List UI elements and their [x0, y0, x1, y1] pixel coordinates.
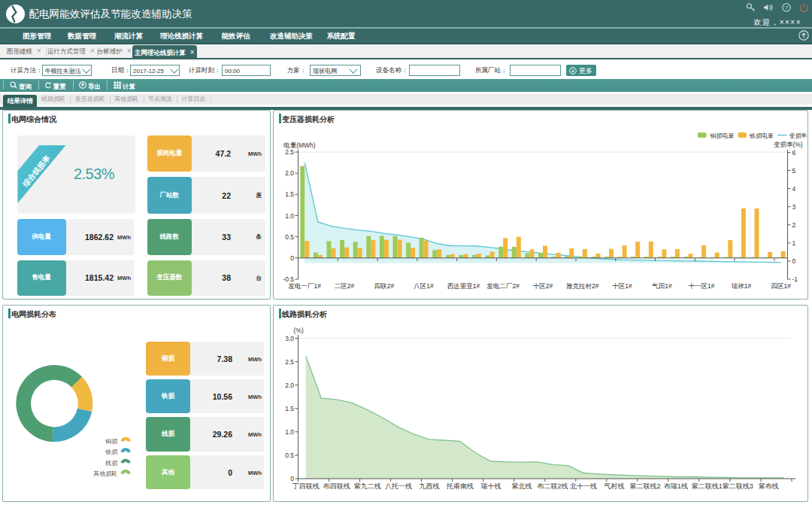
svg-text:四区1#: 四区1#: [771, 282, 791, 290]
svg-text:紫二联线3: 紫二联线3: [723, 482, 753, 490]
svg-text:1.0: 1.0: [285, 212, 294, 220]
svg-text:丁四联线: 丁四联线: [292, 482, 320, 490]
svg-text:1.5: 1.5: [285, 405, 294, 412]
svg-text:布四联线: 布四联线: [323, 482, 350, 490]
svg-text:0: 0: [792, 257, 796, 265]
svg-text:1.5: 1.5: [285, 190, 294, 198]
svg-text:(%): (%): [294, 327, 304, 334]
svg-text:八区1#: 八区1#: [413, 282, 434, 290]
svg-text:变损率: 变损率: [789, 132, 807, 139]
svg-text:5: 5: [792, 167, 796, 175]
svg-text:其他损耗: 其他损耗: [93, 470, 117, 477]
svg-text:0.5: 0.5: [285, 233, 294, 241]
svg-text:瑞祥1#: 瑞祥1#: [732, 282, 752, 290]
svg-text:发电一厂1#: 发电一厂1#: [289, 282, 322, 290]
svg-text:瑞十线: 瑞十线: [480, 482, 501, 490]
svg-text:紫北线: 紫北线: [512, 482, 532, 490]
svg-text:二区2#: 二区2#: [335, 282, 355, 290]
svg-text:1.0: 1.0: [285, 428, 294, 436]
svg-text:布二联2线: 布二联2线: [537, 482, 568, 490]
svg-text:1: 1: [792, 239, 796, 247]
svg-text:2.0: 2.0: [285, 382, 294, 389]
svg-text:十区2#: 十区2#: [533, 282, 553, 290]
svg-text:紫九二线: 紫九二线: [354, 482, 381, 490]
svg-text:气田1#: 气田1#: [652, 282, 672, 290]
svg-text:托甫南线: 托甫南线: [446, 482, 474, 490]
svg-text:紫布线: 紫布线: [759, 482, 779, 490]
svg-text:西达里亚1#: 西达里亚1#: [447, 282, 480, 290]
svg-text:北十一线: 北十一线: [570, 482, 597, 490]
svg-text:十区1#: 十区1#: [612, 282, 632, 290]
svg-text:-1: -1: [792, 275, 798, 283]
svg-text:2: 2: [792, 221, 796, 229]
svg-text:0.5: 0.5: [285, 452, 294, 459]
svg-text:2.5: 2.5: [285, 358, 294, 366]
svg-text:3.0: 3.0: [285, 335, 294, 342]
svg-text:2.5: 2.5: [285, 148, 294, 156]
svg-text:0: 0: [290, 254, 294, 262]
svg-text:2.0: 2.0: [285, 169, 294, 177]
svg-text:发电二厂2#: 发电二厂2#: [486, 282, 520, 290]
svg-text:3: 3: [792, 203, 796, 211]
svg-text:铁损: 铁损: [105, 449, 118, 455]
svg-text:十一区1#: 十一区1#: [689, 282, 715, 290]
svg-text:铁损电量: 铁损电量: [749, 132, 774, 139]
svg-text:电量(MWh): 电量(MWh): [283, 141, 316, 149]
svg-text:4: 4: [792, 185, 796, 193]
svg-text:布瑞1线: 布瑞1线: [664, 482, 688, 490]
svg-text:0: 0: [290, 475, 294, 482]
svg-text:变损率(%): 变损率(%): [774, 141, 803, 148]
svg-text:八托一线: 八托一线: [385, 482, 412, 490]
svg-text:紫二联线2: 紫二联线2: [630, 482, 661, 490]
svg-text:紫二联线1: 紫二联线1: [692, 482, 723, 490]
svg-text:雅克拉村2#: 雅克拉村2#: [565, 282, 599, 290]
svg-text:四联2#: 四联2#: [374, 282, 395, 290]
svg-text:线损: 线损: [105, 460, 118, 467]
svg-text:?: ?: [785, 5, 789, 11]
svg-text:气村线: 气村线: [604, 482, 625, 490]
svg-text:九西线: 九西线: [419, 482, 439, 490]
svg-text:铜损电量: 铜损电量: [710, 132, 735, 139]
svg-text:6: 6: [792, 149, 796, 157]
svg-text:铜损: 铜损: [105, 438, 118, 445]
